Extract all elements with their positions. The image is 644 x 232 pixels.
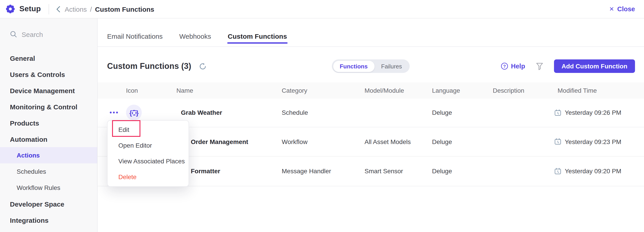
modified-time-text: Yesterday 09:26 PM	[565, 109, 621, 116]
toolbar: Custom Functions (3) Functions Failures …	[98, 54, 644, 79]
cell-model: Smart Sensor	[364, 168, 403, 175]
toggle-option-failures[interactable]: Failures	[374, 60, 409, 72]
refresh-icon[interactable]	[199, 62, 206, 70]
cell-language: Deluge	[432, 168, 452, 175]
search-icon	[10, 30, 17, 38]
column-header-modified-time: Modified Time	[558, 87, 597, 94]
sidebar-item-device-management[interactable]: Device Management	[0, 82, 97, 98]
sidebar-item-workflow-rules[interactable]: Workflow Rules	[0, 180, 97, 196]
sidebar-item-integrations[interactable]: Integrations	[0, 212, 97, 228]
top-header: Setup Actions / Custom Functions ✕ Close	[0, 0, 644, 18]
cell-modified-time: Yesterday 09:23 PM	[554, 138, 621, 145]
tab-email-notifications[interactable]: Email Notifications	[107, 32, 163, 40]
menu-item-edit[interactable]: Edit	[108, 122, 188, 137]
sidebar-item-products[interactable]: Products	[0, 115, 97, 131]
column-header-name: Name	[176, 87, 193, 94]
breadcrumb-separator: /	[90, 5, 92, 13]
table-header: Icon Name Category Model/Module Language…	[98, 82, 644, 98]
sidebar-item-automation[interactable]: Automation	[0, 131, 97, 147]
search-placeholder: Search	[22, 30, 43, 38]
modified-time-text: Yesterday 09:20 PM	[565, 168, 621, 175]
column-header-model-module: Model/Module	[364, 87, 404, 94]
header-divider	[48, 4, 49, 14]
tab-custom-functions[interactable]: Custom Functions	[228, 32, 287, 40]
function-icon: { }	[126, 105, 142, 120]
close-label: Close	[617, 6, 635, 12]
setup-gear-icon	[6, 4, 15, 14]
cell-language: Deluge	[432, 138, 452, 145]
calendar-clock-icon	[554, 168, 561, 174]
column-header-language: Language	[432, 87, 460, 94]
cell-category: Schedule	[282, 109, 308, 116]
cell-name: Grab Weather	[181, 109, 222, 116]
cell-category: Workflow	[282, 138, 308, 145]
cell-name: Order Management	[191, 138, 248, 145]
sidebar-item-schedules[interactable]: Schedules	[0, 163, 97, 180]
menu-item-view-associated-places[interactable]: View Associated Places	[108, 154, 188, 169]
sidebar-item-actions[interactable]: Actions	[0, 147, 97, 163]
menu-item-delete[interactable]: Delete	[108, 170, 188, 185]
row-context-menu: Edit Open Editor View Associated Places …	[107, 120, 189, 186]
help-label: Help	[511, 62, 525, 70]
page-title: Custom Functions (3)	[107, 62, 191, 71]
calendar-clock-icon	[554, 138, 561, 145]
cell-name: Formatter	[191, 168, 220, 175]
main-content: Email Notifications Webhooks Custom Func…	[98, 18, 644, 232]
svg-text:?: ?	[503, 64, 506, 69]
cell-category: Message Handler	[282, 168, 331, 175]
column-header-icon: Icon	[126, 87, 138, 94]
cell-model: All Asset Models	[364, 138, 411, 145]
calendar-clock-icon	[554, 109, 561, 116]
menu-item-open-editor[interactable]: Open Editor	[108, 138, 188, 153]
tab-bar: Email Notifications Webhooks Custom Func…	[98, 18, 644, 47]
svg-text:{: {	[129, 109, 132, 116]
close-icon: ✕	[609, 6, 614, 12]
column-header-category: Category	[282, 87, 307, 94]
functions-failures-toggle: Functions Failures	[332, 60, 410, 73]
breadcrumb-parent[interactable]: Actions	[64, 5, 87, 13]
toggle-option-functions[interactable]: Functions	[333, 60, 374, 72]
cell-modified-time: Yesterday 09:26 PM	[554, 109, 621, 116]
breadcrumb-current: Custom Functions	[95, 5, 154, 13]
tab-webhooks[interactable]: Webhooks	[179, 32, 211, 40]
sidebar-search[interactable]: Search	[0, 26, 97, 42]
column-header-description: Description	[493, 87, 524, 94]
modified-time-text: Yesterday 09:23 PM	[565, 138, 621, 145]
sidebar-item-monitoring-control[interactable]: Monitoring & Control	[0, 98, 97, 115]
add-custom-function-button[interactable]: Add Custom Function	[554, 60, 635, 73]
toolbar-right: ? Help Add Custom Function	[501, 60, 635, 73]
filter-funnel-icon[interactable]	[536, 62, 543, 70]
sidebar-item-developer-space[interactable]: Developer Space	[0, 196, 97, 212]
cell-modified-time: Yesterday 09:20 PM	[554, 168, 621, 175]
cell-language: Deluge	[432, 109, 452, 116]
app-title: Setup	[19, 4, 41, 14]
sidebar: Search General Users & Controls Device M…	[0, 18, 98, 232]
sidebar-nav: General Users & Controls Device Manageme…	[0, 50, 97, 228]
row-actions-menu-button[interactable]	[110, 112, 118, 114]
svg-text:}: }	[136, 109, 138, 116]
sidebar-item-general[interactable]: General	[0, 50, 97, 66]
back-chevron-icon[interactable]	[56, 6, 60, 12]
close-button[interactable]: ✕ Close	[609, 6, 635, 12]
help-button[interactable]: ? Help	[501, 62, 525, 70]
help-icon: ?	[501, 62, 508, 70]
sidebar-item-users-controls[interactable]: Users & Controls	[0, 66, 97, 82]
setup-page: Setup Actions / Custom Functions ✕ Close…	[0, 0, 644, 232]
